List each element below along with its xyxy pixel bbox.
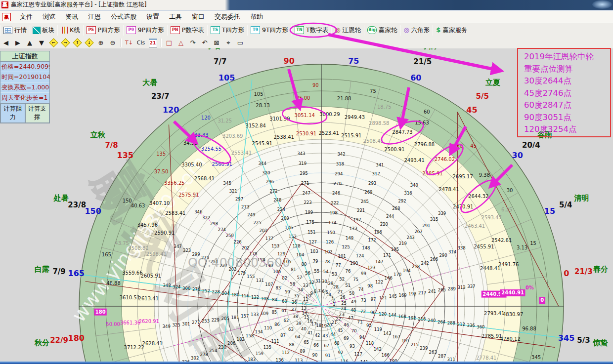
flip-axis-button[interactable]: T↓ [123, 38, 135, 47]
svg-text:43.75: 43.75 [115, 241, 129, 246]
toolbar-button-行情[interactable]: 行情 [0, 25, 30, 36]
menu-item-0[interactable]: 文件 [15, 11, 38, 22]
page-right-button[interactable]: → [59, 38, 71, 47]
svg-text:67: 67 [324, 343, 329, 348]
svg-text:41: 41 [307, 330, 313, 335]
toolbar-button-T数字表[interactable]: TNT数字表 [291, 25, 331, 36]
svg-text:2778.41: 2778.41 [476, 355, 496, 361]
svg-text:123: 123 [367, 265, 375, 270]
svg-text:171: 171 [383, 253, 391, 258]
nav-up-button[interactable]: ▲ [24, 38, 36, 47]
svg-text:125: 125 [342, 244, 350, 249]
box-x-button[interactable]: ⊠ [211, 38, 222, 47]
menu-item-7[interactable]: 窗口 [187, 11, 210, 22]
menu-item-2[interactable]: 资讯 [60, 11, 83, 22]
menu-item-8[interactable]: 交易委托 [210, 11, 245, 22]
toolbar-button-K线[interactable]: K线 [57, 25, 83, 36]
nav-down-button[interactable]: ▼ [36, 38, 47, 47]
svg-text:360: 360 [477, 324, 484, 329]
svg-text:249: 249 [247, 212, 255, 217]
rotate-cw-button[interactable]: ↷ [187, 38, 199, 47]
panel-row-0: 价格=2440.9099 [0, 62, 49, 72]
svg-text:248: 248 [273, 198, 281, 202]
menu-item-3[interactable]: 江恩 [83, 11, 106, 22]
toolbar-button-赢家轮[interactable]: Big赢家轮 [364, 25, 400, 36]
calendar-button[interactable]: 21 [147, 38, 159, 47]
svg-text:292: 292 [398, 199, 406, 203]
square-tool-button[interactable]: □ [163, 38, 175, 47]
svg-text:3508.81: 3508.81 [128, 245, 148, 251]
svg-text:277: 277 [192, 320, 200, 325]
nav-left-button[interactable]: ◀ [0, 38, 12, 47]
screen-icon: ▭ [237, 39, 243, 46]
gann-wheel-canvas[interactable]: 赢家财富网www.yingjia360.comQQ:40080036001234… [0, 48, 613, 364]
toolbar-button-赢家服务[interactable]: $赢家服务 [433, 25, 470, 36]
nav-right-button[interactable]: ▶ [12, 38, 24, 47]
toolbar-button-江恩轮[interactable]: ◎江恩轮 [331, 25, 364, 36]
svg-text:6.25: 6.25 [501, 207, 512, 212]
svg-text:274: 274 [218, 227, 226, 232]
svg-text:78: 78 [324, 259, 330, 264]
zoom-out-button[interactable]: ⊖ [107, 38, 119, 47]
svg-text:2785.91: 2785.91 [482, 333, 502, 339]
service-dollar-icon: $ [436, 27, 440, 34]
svg-text:169: 169 [398, 293, 406, 298]
toolbar-button-板块[interactable]: 板块 [30, 25, 57, 36]
title-bar: 赢 赢家江恩专业版[赢家服务平台] - [上证指数 江恩轮] [0, 0, 613, 11]
toolbar-button-P四方形[interactable]: PSP四方形 [83, 25, 123, 36]
center-cross-button[interactable]: ⌖ [222, 38, 234, 47]
svg-text:158: 158 [246, 333, 254, 338]
toolbar-button-9P四方形[interactable]: P99P四方形 [123, 25, 167, 36]
svg-text:90: 90 [312, 353, 317, 358]
triangle-tool-button[interactable]: △ [175, 38, 187, 47]
svg-text:315: 315 [430, 217, 438, 222]
svg-text:51: 51 [345, 283, 350, 288]
calc-support-button[interactable]: 计算支撑 [25, 103, 50, 123]
menu-item-1[interactable]: 浏览 [38, 11, 60, 22]
svg-text:266: 266 [430, 257, 438, 262]
svg-text:172: 172 [368, 238, 376, 243]
rotate-ccw-button[interactable]: ↶ [199, 38, 211, 47]
svg-text:145: 145 [389, 294, 397, 299]
svg-text:165: 165 [102, 252, 111, 257]
menu-item-9[interactable]: 帮助 [245, 11, 268, 22]
svg-text:2605.91: 2605.91 [141, 273, 161, 279]
svg-text:30: 30 [512, 151, 523, 160]
zoom-in-button[interactable]: ⊕ [95, 38, 107, 47]
toolbar-button-六角形[interactable]: ◎六角形 [400, 25, 433, 36]
svg-text:58: 58 [290, 282, 295, 286]
svg-text:106: 106 [273, 269, 281, 274]
svg-text:2793.41: 2793.41 [484, 311, 504, 316]
svg-text:2515.91: 2515.91 [341, 133, 361, 138]
svg-text:2796.88: 2796.88 [414, 142, 435, 147]
nav-left-icon: ◀ [3, 39, 8, 46]
toolbar-button-T四方形[interactable]: TST四方形 [207, 25, 247, 36]
page-up-button[interactable]: ↑ [71, 38, 83, 47]
svg-text:297: 297 [235, 197, 243, 202]
page-left-button[interactable]: ← [47, 38, 59, 47]
page-down-button[interactable]: ↓ [83, 38, 95, 47]
svg-text:154: 154 [257, 257, 265, 262]
svg-text:152: 152 [289, 234, 297, 239]
calc-resistance-button[interactable]: 计算阻力 [0, 103, 25, 123]
toolbar-button-P数字表[interactable]: PNP数字表 [167, 25, 207, 36]
svg-text:312: 312 [457, 322, 465, 327]
svg-text:243: 243 [406, 235, 414, 240]
svg-text:71: 71 [357, 320, 362, 324]
svg-text:104: 104 [296, 252, 304, 257]
svg-text:227: 227 [219, 263, 227, 268]
menu-item-6[interactable]: 工具 [164, 11, 187, 22]
svg-text:300: 300 [182, 286, 190, 291]
cls-button[interactable]: Cls [135, 38, 147, 47]
svg-text:318: 318 [336, 162, 344, 166]
menu-item-4[interactable]: 公式选股 [106, 11, 141, 22]
svg-text:105: 105 [219, 73, 235, 82]
svg-text:323: 323 [183, 248, 191, 253]
toolbar-button-9T四方形[interactable]: T99T四方形 [247, 25, 291, 36]
page-left-icon: ← [49, 38, 58, 47]
svg-text:6: 6 [322, 289, 324, 294]
svg-text:81: 81 [291, 267, 296, 272]
screen-button[interactable]: ▭ [234, 38, 246, 47]
svg-text:173: 173 [350, 226, 357, 231]
menu-item-5[interactable]: 设置 [141, 11, 164, 22]
